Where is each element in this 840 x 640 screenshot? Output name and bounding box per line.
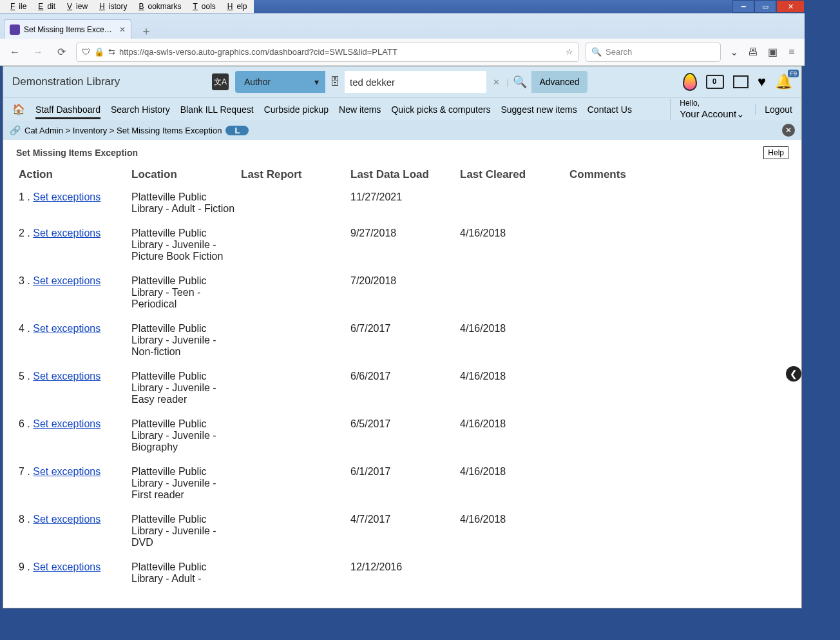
clear-search-icon[interactable]: ✕: [486, 77, 506, 87]
cell-last-data-load: 6/6/2017: [348, 364, 457, 412]
nav-suggest-new-items[interactable]: Suggest new items: [501, 104, 577, 115]
set-exceptions-link[interactable]: Set exceptions: [33, 275, 100, 286]
row-index: 9 .: [19, 561, 33, 572]
shield-icon: 🛡: [82, 47, 90, 57]
search-field-select[interactable]: Author: [235, 71, 325, 93]
tab-close-icon[interactable]: ✕: [119, 25, 126, 34]
set-exceptions-link[interactable]: Set exceptions: [33, 228, 100, 238]
advanced-search-button[interactable]: Advanced: [531, 71, 587, 93]
nav-quick-picks-computers[interactable]: Quick picks & computers: [391, 104, 490, 115]
cell-comments: [567, 269, 788, 316]
database-icon[interactable]: 🗄: [325, 76, 345, 88]
translate-icon[interactable]: 文A: [212, 73, 229, 90]
menu-file[interactable]: File: [3, 1, 30, 12]
cell-location: Platteville Public Library - Adult -: [129, 555, 238, 591]
nav-new-items[interactable]: New items: [339, 104, 381, 115]
search-field-label: Author: [244, 77, 271, 87]
cell-location: Platteville Public Library - Juvenile - …: [129, 412, 238, 460]
cell-location: Platteville Public Library - Juvenile - …: [129, 316, 238, 364]
cell-location: Platteville Public Library - Teen - Peri…: [129, 269, 238, 316]
help-button[interactable]: Help: [763, 146, 788, 159]
menu-tools[interactable]: Tools: [185, 1, 219, 12]
table-row: 1 . Set exceptionsPlatteville Public Lib…: [16, 185, 788, 221]
status-pill: L: [225, 126, 249, 135]
cell-last-data-load: 4/7/2017: [348, 507, 457, 555]
cell-location: Platteville Public Library - Juvenile - …: [129, 507, 238, 555]
set-exceptions-link[interactable]: Set exceptions: [33, 514, 100, 525]
reload-button[interactable]: ⟳: [53, 46, 70, 58]
set-exceptions-link[interactable]: Set exceptions: [33, 371, 100, 382]
back-button[interactable]: ←: [6, 46, 23, 58]
window-maximize-button[interactable]: ▭: [754, 0, 776, 13]
set-exceptions-link[interactable]: Set exceptions: [33, 323, 100, 334]
browser-search-bar[interactable]: 🔍 Search: [586, 43, 721, 62]
app-window: Demonstration Library 文A Author 🗄 ✕ | 🔍 …: [3, 66, 802, 608]
window-minimize-button[interactable]: ━: [732, 0, 754, 13]
nav-contact-us[interactable]: Contact Us: [587, 104, 632, 115]
library-title: Demonstration Library: [12, 75, 205, 88]
row-index: 1 .: [19, 191, 33, 202]
menu-edit[interactable]: Edit: [30, 1, 59, 12]
account-menu[interactable]: Hello, Your Account⌄: [670, 99, 745, 119]
col-last-cleared: Last Cleared: [457, 164, 567, 185]
cell-last-report: [238, 507, 348, 555]
nav-staff-dashboard[interactable]: Staff Dashboard: [35, 104, 100, 119]
close-panel-icon[interactable]: ✕: [782, 124, 795, 137]
nav-search-history[interactable]: Search History: [111, 104, 170, 115]
set-exceptions-link[interactable]: Set exceptions: [33, 418, 100, 429]
extension-icon[interactable]: ▣: [766, 46, 779, 58]
col-last-report: Last Report: [238, 164, 348, 185]
balloon-icon[interactable]: [683, 73, 697, 91]
app-menu-icon[interactable]: ≡: [785, 46, 798, 58]
browser-menu-bar: FileEditViewHistoryBookmarksToolsHelp: [0, 0, 254, 13]
print-icon[interactable]: 🖶: [747, 46, 759, 58]
new-tab-button[interactable]: ＋: [137, 23, 156, 39]
table-row: 3 . Set exceptionsPlatteville Public Lib…: [16, 269, 788, 316]
home-icon[interactable]: 🏠: [12, 103, 25, 115]
notifications-icon[interactable]: 🔔: [775, 73, 792, 90]
pocket-icon[interactable]: ⌄: [727, 46, 740, 58]
menu-bookmarks[interactable]: Bookmarks: [131, 1, 185, 12]
account-label: Your Account: [680, 108, 736, 119]
bookmark-star-icon[interactable]: ☆: [566, 47, 573, 57]
exceptions-table: ActionLocationLast ReportLast Data LoadL…: [16, 164, 788, 591]
col-location: Location: [129, 164, 238, 185]
menu-history[interactable]: History: [91, 1, 131, 12]
forward-button[interactable]: →: [30, 46, 46, 58]
cell-last-report: [238, 185, 348, 221]
content-scroll[interactable]: Set Missing Items Exception Help ActionL…: [3, 140, 801, 608]
breadcrumb-path[interactable]: Cat Admin > Inventory > Set Missing Item…: [24, 126, 222, 135]
cell-last-cleared: 4/16/2018: [457, 507, 567, 555]
cell-last-data-load: 12/12/2016: [348, 555, 457, 591]
cell-last-data-load: 6/1/2017: [348, 460, 457, 507]
menu-help[interactable]: Help: [220, 1, 251, 12]
cell-comments: [567, 507, 788, 555]
set-exceptions-link[interactable]: Set exceptions: [33, 191, 100, 202]
browser-tab[interactable]: Set Missing Items Exception | SV ✕: [4, 19, 131, 39]
nav-blank-ill-request[interactable]: Blank ILL Request: [180, 104, 254, 115]
app-header: Demonstration Library 文A Author 🗄 ✕ | 🔍 …: [3, 66, 801, 97]
cell-last-cleared: 4/16/2018: [457, 460, 567, 507]
content-area: Set Missing Items Exception Help ActionL…: [3, 140, 801, 608]
window-close-button[interactable]: ✕: [776, 0, 805, 13]
cell-last-data-load: 7/20/2018: [348, 269, 457, 316]
camera-icon[interactable]: [706, 75, 724, 89]
set-exceptions-link[interactable]: Set exceptions: [33, 466, 100, 477]
cell-comments: [567, 412, 788, 460]
row-index: 5 .: [19, 371, 33, 382]
cell-comments: [567, 460, 788, 507]
set-exceptions-link[interactable]: Set exceptions: [33, 561, 100, 572]
url-bar[interactable]: 🛡 🔒 ⇆ https://qa-swls-verso.auto-graphic…: [76, 43, 579, 62]
list-icon[interactable]: [733, 75, 749, 88]
favorites-icon[interactable]: ♥: [758, 73, 766, 90]
logout-link[interactable]: Logout: [755, 104, 792, 115]
cell-last-report: [238, 364, 348, 412]
nav-curbside-pickup[interactable]: Curbside pickup: [264, 104, 329, 115]
search-go-icon[interactable]: 🔍: [508, 71, 531, 93]
side-panel-toggle-icon[interactable]: ❮: [786, 366, 801, 382]
cell-last-cleared: [457, 269, 567, 316]
tab-favicon-icon: [10, 24, 20, 35]
catalog-search-input[interactable]: [345, 71, 486, 93]
menu-view[interactable]: View: [59, 1, 91, 12]
row-index: 2 .: [19, 228, 33, 238]
